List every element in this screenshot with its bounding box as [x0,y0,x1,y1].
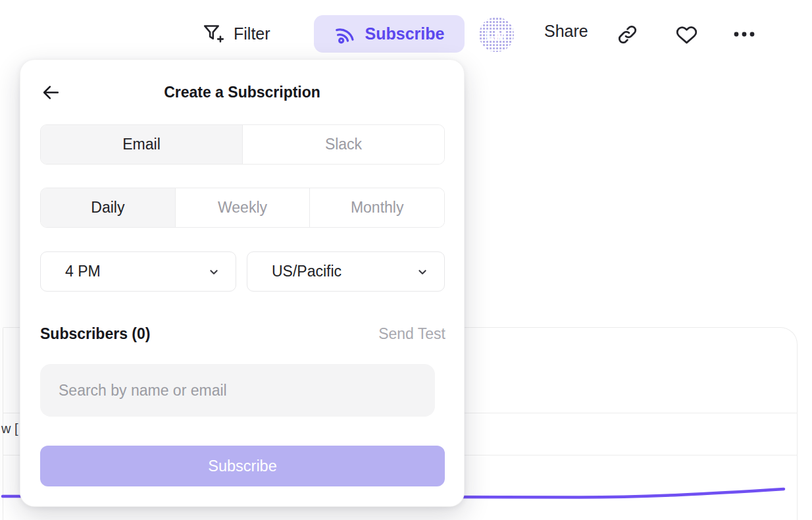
popover-title: Create a Subscription [20,84,464,101]
subscriber-search-input[interactable] [40,364,435,417]
share-label: Share [544,22,588,41]
favorite-button[interactable] [675,24,698,45]
filter-button[interactable]: Filter [201,22,270,45]
time-select-value: 4 PM [65,263,101,280]
more-menu-button[interactable] [732,30,756,38]
share-button[interactable]: Share [544,22,588,41]
tab-email[interactable]: Email [41,125,243,164]
tab-slack[interactable]: Slack [243,125,444,164]
timezone-select[interactable]: US/Pacific [247,251,445,292]
channel-segmented-control: Email Slack [40,124,445,165]
avatar[interactable]: LM [479,17,514,52]
tab-monthly[interactable]: Monthly [310,188,444,227]
subscribers-count-label: Subscribers (0) [40,325,150,343]
tab-daily[interactable]: Daily [41,188,176,227]
subscribe-button[interactable]: Subscribe [314,15,465,53]
chevron-down-icon [207,265,221,279]
time-select[interactable]: 4 PM [40,251,236,292]
send-test-button[interactable]: Send Test [378,325,445,343]
subscribe-submit-button[interactable]: Subscribe [40,446,445,486]
clipped-row-label: w [ [1,421,18,436]
subscribe-label: Subscribe [365,24,445,43]
filter-icon [201,22,225,45]
avatar-initials: LM [486,27,507,43]
link-icon [617,24,638,45]
chevron-down-icon [415,265,430,279]
heart-icon [675,24,698,45]
ellipsis-icon [732,30,756,38]
page: w [ Filter Subscribe LM Shar [0,0,812,520]
tab-weekly[interactable]: Weekly [176,188,311,227]
copy-link-button[interactable] [617,24,638,45]
filter-label: Filter [234,24,270,43]
timezone-select-value: US/Pacific [272,263,342,280]
rss-icon [334,23,357,45]
create-subscription-popover: Create a Subscription Email Slack Daily … [20,59,465,507]
frequency-segmented-control: Daily Weekly Monthly [40,188,445,228]
